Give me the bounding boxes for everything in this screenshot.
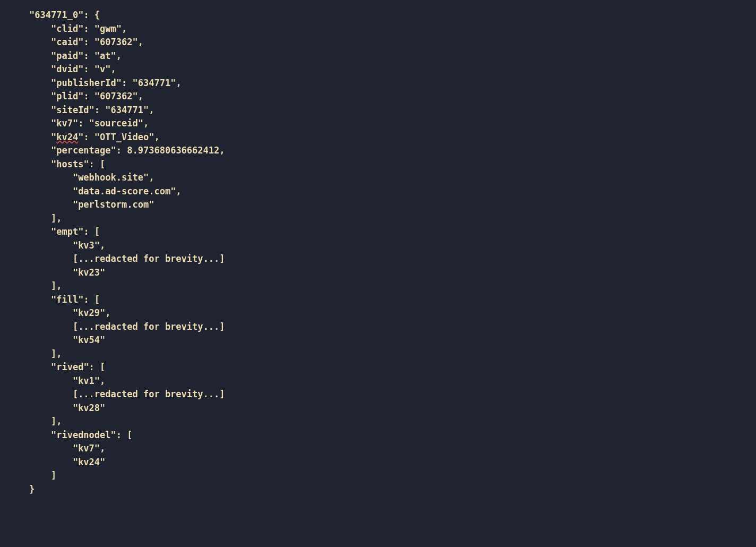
line: ], [29, 280, 62, 291]
line: "kv54" [29, 335, 105, 345]
line: "hosts": [ [29, 159, 105, 169]
line: "clid": "gwm", [29, 23, 127, 34]
line: ], [29, 213, 62, 224]
line: "fill": [ [29, 294, 100, 305]
line: "kv29", [29, 307, 111, 318]
line: "634771_0": { [29, 10, 100, 20]
line: "siteId": "634771", [29, 105, 154, 115]
line: ] [29, 470, 56, 481]
line: "rivednodel": [ [29, 430, 133, 440]
line: "perlstorm.com" [29, 199, 154, 210]
line: "plid": "607362", [29, 91, 143, 101]
line: } [29, 484, 35, 494]
line: "percentage": 8.973680636662412, [29, 145, 225, 156]
line: "kv24" [29, 457, 105, 467]
line: ], [29, 348, 62, 359]
line: [...redacted for brevity...] [29, 389, 225, 399]
line: "kv7": "sourceid", [29, 118, 149, 129]
line: "kv23" [29, 267, 105, 278]
line: "kv24": "OTT_Video", [29, 132, 160, 142]
line: "empt": [ [29, 226, 100, 237]
line: "paid": "at", [29, 50, 122, 61]
line: "publisherId": "634771", [29, 78, 182, 88]
line: "kv1", [29, 375, 105, 386]
line: "caid": "607362", [29, 37, 143, 47]
line: "dvid": "v", [29, 64, 116, 74]
line: "rived": [ [29, 362, 105, 372]
line: "kv3", [29, 240, 105, 251]
code-block: "634771_0": { "clid": "gwm", "caid": "60… [0, 0, 756, 496]
line: "kv28" [29, 403, 105, 413]
line: [...redacted for brevity...] [29, 253, 225, 264]
spellcheck-underline: kv24 [56, 132, 78, 142]
line: "webhook.site", [29, 172, 154, 183]
line: "data.ad-score.com", [29, 186, 182, 196]
line: "kv7", [29, 443, 105, 454]
line: [...redacted for brevity...] [29, 321, 225, 332]
line: ], [29, 416, 62, 426]
